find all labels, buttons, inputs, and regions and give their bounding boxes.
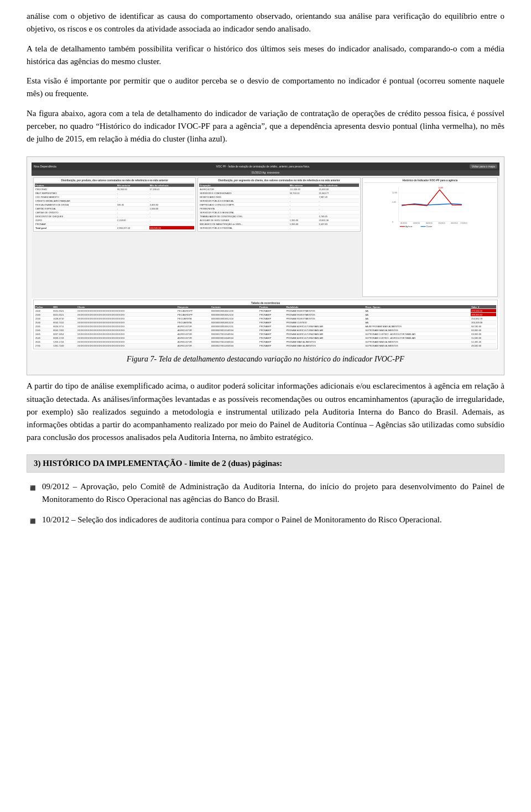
paragraph-1: análise com o objetivo de identificar as… (27, 10, 504, 36)
svg-text:12.89: 12.89 (392, 192, 397, 195)
mid-table-panel: Distribuição, por segmento do cliente, d… (197, 177, 360, 232)
svg-text:Cluster: Cluster (426, 226, 433, 228)
left-panel-title: Distribuição, por produto, dos valores c… (35, 179, 194, 183)
list-item-2: ◾ 10/2012 – Seleção dos indicadores de a… (27, 514, 504, 530)
figure-image: Niva Dependência IVOC PF - Índice de var… (32, 163, 499, 350)
paragraph-5: A partir do tipo de análise exemplificad… (27, 380, 504, 444)
bullet-text-1: 09/2012 – Aprovação, pelo Comitê de Admi… (42, 480, 504, 506)
figure-caption: Figura 7- Tela de detalhamento destacand… (32, 355, 499, 364)
paragraph-3: Esta visão é importante por permitir que… (27, 75, 504, 101)
mid-table: OcupaçãoMês anteriorMês de referência AG… (199, 184, 358, 230)
ocorr-title: Tabela de ocorrências (35, 301, 496, 305)
svg-text:03/2015: 03/2015 (413, 222, 420, 224)
section-header: 3) HISTÓRICO DA IMPLEMENTAÇÃO - limite d… (27, 454, 504, 473)
bullet-marker-1: ◾ (27, 481, 39, 496)
dash-title: IVOC PF - Índice de variação de contrata… (56, 165, 470, 168)
right-chart-panel: Histórico do Indicador IVOC-PF para a ag… (362, 177, 498, 297)
paragraph-2: A tela de detalhamento também possibilit… (27, 43, 504, 69)
svg-text:0: 0 (392, 221, 393, 223)
mid-panel-title: Distribuição, por segmento do cliente, d… (199, 179, 358, 183)
chart-svg: 01/2015 03/2015 04/2015 05/2015 06/2015 … (364, 184, 496, 228)
left-table: ProdutoMês anteriorMês de referência PRE… (35, 184, 194, 230)
svg-text:07/2015: 07/2015 (460, 222, 467, 224)
dash-header: Niva Dependência IVOC PF - Índice de var… (32, 163, 499, 170)
svg-text:01/2015: 01/2015 (400, 222, 407, 224)
dash-left-panel: Distribuição, por produto, dos valores c… (33, 177, 196, 297)
paragraph-4: Na figura abaixo, agora com a tela de de… (27, 107, 504, 146)
right-panel-title: Histórico do Indicador IVOC-PF para a ag… (364, 179, 496, 183)
ocorr-panel: Tabela de ocorrências PrefixoBB1ClienteD… (33, 300, 498, 349)
left-table-panel: Distribuição, por produto, dos valores c… (33, 177, 196, 232)
dash-header-left: Niva Dependência (34, 165, 56, 168)
svg-text:06/2015: 06/2015 (451, 222, 457, 224)
svg-text:Agência: Agência (405, 226, 412, 228)
back-btn[interactable]: Voltar para o mapa (470, 164, 497, 169)
dash-mid-panel: Distribuição, por segmento do cliente, d… (197, 177, 360, 297)
bullet-text-2: 10/2012 – Seleção dos indicadores de aud… (42, 514, 442, 526)
list-item-1: ◾ 09/2012 – Aprovação, pelo Comitê de Ad… (27, 480, 504, 506)
bullet-list: ◾ 09/2012 – Aprovação, pelo Comitê de Ad… (27, 480, 504, 530)
dash-right-panel: Histórico do Indicador IVOC-PF para a ag… (362, 177, 498, 297)
figure-container: Niva Dependência IVOC PF - Índice de var… (27, 156, 504, 375)
svg-text:12.89: 12.89 (438, 187, 443, 189)
svg-text:05/2015: 05/2015 (438, 222, 445, 224)
svg-text:5.00: 5.00 (392, 202, 396, 204)
svg-text:04/2015: 04/2015 (425, 222, 432, 224)
dash-id-bar: 01/2013 Ag: xxxxxxxxx (32, 170, 499, 176)
dashboard-screenshot: Niva Dependência IVOC PF - Índice de var… (32, 163, 499, 350)
bullet-marker-2: ◾ (27, 514, 39, 530)
dash-body: Distribuição, por produto, dos valores c… (32, 176, 499, 298)
ocorr-table: PrefixoBB1ClienteDiaspostoContratoProdut… (35, 305, 496, 348)
